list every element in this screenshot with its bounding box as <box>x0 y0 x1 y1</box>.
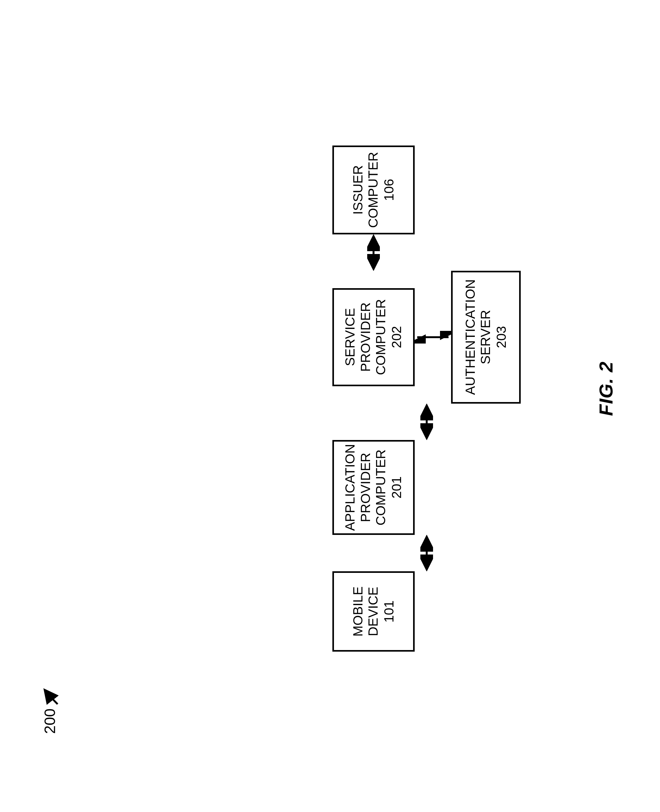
block-diagram: MOBILE DEVICE 101 APPLICATION PROVIDER <box>332 146 521 652</box>
node-label-line: SERVER <box>478 310 493 364</box>
connector-h <box>332 535 521 571</box>
node-mobile-device: MOBILE DEVICE 101 <box>332 571 415 652</box>
figure-reference: 200 <box>41 685 63 734</box>
node-label-line: DEVICE <box>366 587 381 636</box>
node-id: 203 <box>494 326 509 348</box>
node-label-line: COMPUTER <box>366 152 381 228</box>
node-label-line: APPLICATION <box>343 444 358 531</box>
pointer-arrow-icon <box>41 685 63 707</box>
node-label-line: COMPUTER <box>373 450 389 526</box>
connector-h <box>332 234 415 271</box>
node-application-provider-computer: APPLICATION PROVIDER COMPUTER 201 <box>332 440 415 535</box>
connector-v <box>415 331 451 343</box>
node-label-line: PROVIDER <box>358 453 373 522</box>
node-issuer-computer: ISSUER COMPUTER 106 <box>332 146 415 234</box>
node-authentication-server: AUTHENTICATION SERVER 203 <box>451 271 521 404</box>
figure-reference-number: 200 <box>41 709 59 734</box>
node-label-line: COMPUTER <box>373 299 389 375</box>
node-id: 101 <box>381 600 397 622</box>
figure-label: FIG. 2 <box>595 361 617 416</box>
page: FIG. 2 200 MOBILE DEVICE 101 <box>0 0 660 812</box>
node-label-line: SERVICE <box>343 308 358 366</box>
node-label-line: MOBILE <box>351 586 366 637</box>
service-stack: SERVICE PROVIDER COMPUTER 202 AUT <box>332 271 521 404</box>
node-id: 201 <box>389 476 404 499</box>
node-label-line: AUTHENTICATION <box>463 279 478 395</box>
diagram-row-main: MOBILE DEVICE 101 APPLICATION PROVIDER <box>332 146 521 652</box>
node-id: 106 <box>381 179 397 201</box>
connector-h <box>332 404 521 440</box>
node-id: 202 <box>389 326 404 348</box>
node-label-line: ISSUER <box>351 165 366 214</box>
node-service-provider-computer: SERVICE PROVIDER COMPUTER 202 <box>332 288 415 386</box>
node-label-line: PROVIDER <box>358 302 373 372</box>
